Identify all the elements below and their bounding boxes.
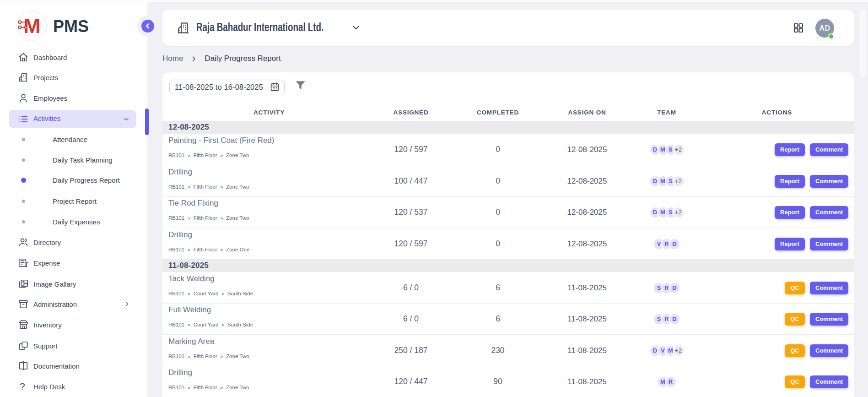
svg-text:M: M	[23, 14, 41, 38]
